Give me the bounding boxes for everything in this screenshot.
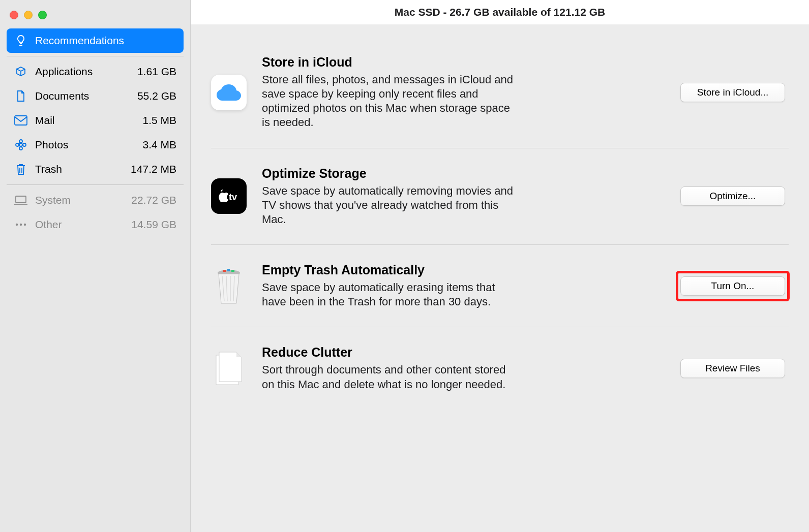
sidebar-item-size: 22.72 GB [131,194,176,206]
recommendation-text: Optimize StorageSave space by automatica… [262,166,662,227]
docstack-icon [211,351,247,386]
sidebar-item-size: 147.2 MB [131,163,176,175]
recommendation-store-in-icloud: Store in iCloudStore all files, photos, … [211,55,789,148]
sidebar-item-other[interactable]: Other14.59 GB [7,212,184,237]
sidebar-item-label: Trash [35,163,131,175]
minimize-window-button[interactable] [24,11,33,19]
svg-rect-12 [223,270,226,272]
svg-point-5 [23,143,26,146]
empty-trash-automatically-button[interactable]: Turn On... [680,276,785,296]
sidebar-item-applications[interactable]: Applications1.61 GB [7,59,184,84]
trash-icon [14,162,28,176]
sidebar-item-documents[interactable]: Documents55.2 GB [7,84,184,108]
svg-point-3 [19,147,22,150]
recommendation-reduce-clutter: Reduce ClutterSort through documents and… [211,327,789,409]
flower-icon [14,138,28,152]
sidebar-item-label: Mail [35,114,142,127]
recommendation-empty-trash-automatically: Empty Trash AutomaticallySave space by a… [211,245,789,327]
sidebar-item-system[interactable]: System22.72 GB [7,188,184,212]
sidebar-item-label: Applications [35,66,137,78]
fullscreen-window-button[interactable] [38,11,47,19]
mail-icon [14,113,28,128]
laptop-icon [14,193,28,207]
sidebar-item-size: 1.5 MB [142,114,176,127]
recommendation-description: Save space by automatically removing mov… [262,184,516,227]
window: RecommendationsApplications1.61 GBDocume… [0,0,809,532]
sidebar-item-label: Recommendations [35,35,176,47]
store-in-icloud-button[interactable]: Store in iCloud... [680,83,785,102]
recommendation-title: Reduce Clutter [262,345,662,360]
recommendation-action: Review Files [677,359,789,378]
optimize-storage-button[interactable]: Optimize... [680,186,785,206]
sidebar-item-recommendations[interactable]: Recommendations [7,28,184,53]
recommendations-content: Store in iCloudStore all files, photos, … [191,24,809,532]
svg-rect-14 [231,270,234,272]
svg-rect-6 [16,196,26,203]
appletv-icon: tv [211,178,247,214]
recommendation-optimize-storage: tvOptimize StorageSave space by automati… [211,148,789,245]
main-area: Mac SSD - 26.7 GB available of 121.12 GB… [191,0,809,532]
close-window-button[interactable] [10,11,18,19]
recommendation-text: Empty Trash AutomaticallySave space by a… [262,263,662,309]
sidebar-item-label: Documents [35,90,137,102]
recommendation-description: Sort through documents and other content… [262,363,516,391]
recommendation-text: Store in iCloudStore all files, photos, … [262,55,662,130]
recommendation-action: Optimize... [677,186,789,206]
recommendation-description: Save space by automatically erasing item… [262,280,516,309]
dots-icon [14,217,28,232]
sidebar-item-label: Photos [35,139,142,151]
sidebar-item-size: 3.4 MB [142,139,176,151]
svg-point-4 [16,143,19,146]
lightbulb-icon [14,34,28,48]
svg-point-2 [19,140,22,143]
highlight-box: Turn On... [676,271,790,301]
sidebar-item-size: 55.2 GB [137,90,176,102]
recommendation-action: Turn On... [677,271,789,301]
sidebar-item-label: System [35,194,131,206]
recommendation-action: Store in iCloud... [677,83,789,102]
recommendation-text: Reduce ClutterSort through documents and… [262,345,662,391]
recommendation-description: Store all files, photos, and messages in… [262,73,516,130]
sidebar-item-mail[interactable]: Mail1.5 MB [7,108,184,133]
traffic-lights [10,11,184,19]
recommendation-title: Optimize Storage [262,166,662,181]
sidebar-item-size: 1.61 GB [137,66,176,78]
recommendation-title: Store in iCloud [262,55,662,70]
sidebar: RecommendationsApplications1.61 GBDocume… [0,0,191,532]
svg-point-1 [19,143,22,146]
svg-point-8 [20,224,22,226]
sidebar-item-size: 14.59 GB [131,218,176,231]
reduce-clutter-button[interactable]: Review Files [680,359,785,378]
svg-rect-0 [15,116,27,125]
sidebar-item-photos[interactable]: Photos3.4 MB [7,133,184,157]
svg-rect-13 [227,269,230,271]
trashfull-icon [211,268,247,304]
sidebar-item-trash[interactable]: Trash147.2 MB [7,157,184,181]
svg-text:tv: tv [229,192,237,202]
window-title: Mac SSD - 26.7 GB available of 121.12 GB [191,0,809,24]
recommendation-title: Empty Trash Automatically [262,263,662,277]
svg-point-7 [16,224,18,226]
apps-icon [14,65,28,79]
icloud-icon [211,75,247,110]
svg-point-9 [24,224,26,226]
sidebar-item-label: Other [35,218,131,231]
doc-icon [14,89,28,103]
